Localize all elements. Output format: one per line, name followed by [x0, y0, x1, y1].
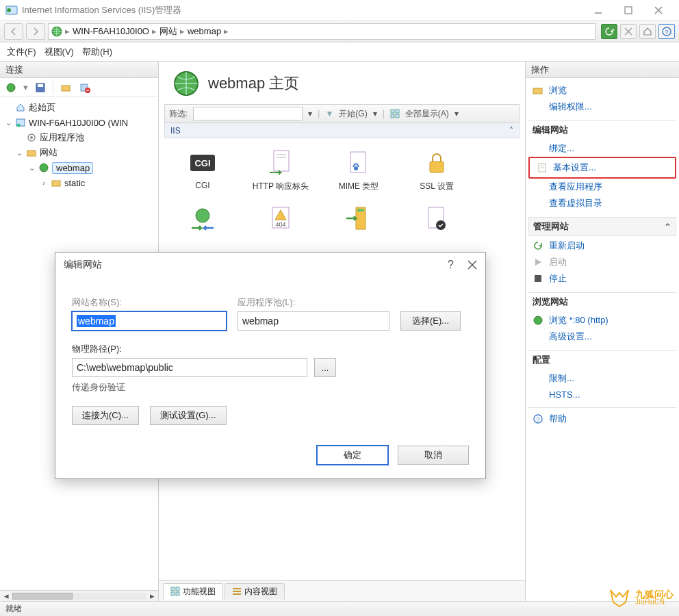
- action-bindings[interactable]: 绑定...: [528, 140, 676, 157]
- app-pool-input[interactable]: webmap: [238, 311, 389, 331]
- group-iis[interactable]: IIS ˄: [164, 123, 520, 138]
- refresh-icon: [533, 240, 543, 251]
- tree-app-pools[interactable]: 应用程序池: [0, 130, 158, 145]
- breadcrumb-item[interactable]: 网站: [159, 25, 177, 38]
- scroll-right-icon[interactable]: ▸: [147, 591, 157, 601]
- physical-path-input[interactable]: C:\web\webmap\public: [72, 358, 307, 377]
- action-basic-settings[interactable]: 基本设置...: [533, 159, 672, 176]
- feature-item[interactable]: [172, 203, 233, 236]
- svg-rect-43: [357, 209, 364, 211]
- feature-mime[interactable]: MIME 类型: [329, 148, 389, 192]
- feature-http-headers[interactable]: HTTP 响应标头: [251, 148, 311, 192]
- maximize-button[interactable]: [613, 0, 643, 21]
- filter-input[interactable]: [193, 107, 303, 120]
- feature-item[interactable]: [329, 203, 389, 236]
- scroll-left-icon[interactable]: ◂: [1, 591, 11, 601]
- breadcrumb-item[interactable]: WIN-F6AH10J0I0O: [73, 26, 149, 36]
- tree-site-webmap[interactable]: ⌄ webmap: [0, 160, 158, 175]
- action-browse-explore[interactable]: 浏览: [528, 82, 676, 99]
- server-delete-icon[interactable]: [78, 81, 92, 94]
- collapse-icon[interactable]: ˄: [509, 126, 513, 136]
- close-button[interactable]: [643, 0, 674, 21]
- breadcrumb-item[interactable]: webmap: [188, 26, 221, 36]
- svg-rect-22: [27, 151, 36, 156]
- watermark-cn: 九狐问心: [635, 589, 674, 599]
- cancel-button[interactable]: 取消: [398, 446, 469, 465]
- feature-grid-row2: 404: [164, 202, 520, 246]
- nav-back-button[interactable]: [4, 23, 23, 40]
- feature-ssl[interactable]: SSL 设置: [407, 148, 467, 192]
- action-advanced[interactable]: 高级设置...: [528, 329, 676, 345]
- show-all-icon: [390, 109, 400, 118]
- feature-item[interactable]: [407, 203, 467, 236]
- folder-add-icon[interactable]: [59, 81, 73, 94]
- svg-rect-46: [171, 587, 175, 591]
- filter-start[interactable]: 开始(G): [339, 108, 367, 120]
- tree-sites[interactable]: ⌄ 网站: [0, 145, 158, 160]
- scroll-thumb[interactable]: [12, 593, 73, 600]
- globe-icon[interactable]: [4, 81, 18, 94]
- menu-view[interactable]: 视图(V): [44, 46, 74, 58]
- tree-folder-static[interactable]: › static: [0, 175, 158, 190]
- dialog-close-button[interactable]: [467, 260, 477, 270]
- actions-manage-site-heading[interactable]: 管理网站 ⌃: [528, 217, 676, 236]
- feature-label: CGI: [195, 181, 209, 190]
- test-settings-button[interactable]: 测试设置(G)...: [150, 406, 227, 425]
- svg-text:CGI: CGI: [194, 158, 210, 168]
- feature-cgi[interactable]: CGI CGI: [172, 148, 233, 192]
- action-edit-permissions[interactable]: 编辑权限...: [528, 99, 676, 115]
- menu-file[interactable]: 文件(F): [7, 46, 36, 58]
- feature-item[interactable]: 404: [251, 203, 311, 236]
- breadcrumb[interactable]: ▸ WIN-F6AH10J0I0O ▸ 网站 ▸ webmap ▸: [48, 23, 595, 40]
- filter-label: 筛选:: [169, 108, 188, 120]
- save-icon[interactable]: [34, 81, 47, 94]
- titlebar: Internet Information Services (IIS)管理器: [0, 0, 679, 21]
- action-limits[interactable]: 限制...: [528, 370, 676, 387]
- app-pool-label: 应用程序池(L):: [238, 296, 389, 309]
- action-view-apps[interactable]: 查看应用程序: [528, 179, 676, 195]
- dialog-title: 编辑网站: [64, 259, 102, 271]
- menu-help[interactable]: 帮助(H): [82, 46, 112, 58]
- refresh-icon[interactable]: [601, 24, 617, 39]
- feature-label: HTTP 响应标头: [253, 181, 309, 192]
- server-icon: [15, 117, 26, 128]
- site-name-input[interactable]: webmap: [72, 311, 227, 331]
- tree-label: 起始页: [29, 101, 55, 114]
- connect-as-button[interactable]: 连接为(C)...: [72, 406, 139, 425]
- action-restart[interactable]: 重新启动: [528, 238, 676, 254]
- minimize-button[interactable]: [583, 0, 613, 21]
- select-app-pool-button[interactable]: 选择(E)...: [400, 311, 461, 331]
- action-stop[interactable]: 停止: [528, 270, 676, 287]
- svg-rect-28: [391, 114, 394, 118]
- tree-start-page[interactable]: 起始页: [0, 100, 158, 115]
- feature-grid-row1: CGI CGI HTTP 响应标头 MIME 类型 SSL 设置: [164, 138, 520, 202]
- svg-rect-37: [430, 162, 444, 172]
- statusbar: 就绪: [0, 601, 679, 616]
- action-browse-80[interactable]: 浏览 *:80 (http): [528, 312, 676, 329]
- svg-point-23: [40, 164, 48, 172]
- action-view-vdirs[interactable]: 查看虚拟目录: [528, 195, 676, 211]
- collapse-icon[interactable]: ⌃: [664, 222, 671, 232]
- browse-path-button[interactable]: ...: [314, 358, 336, 377]
- help-icon[interactable]: ?: [658, 24, 675, 39]
- globe-icon: [172, 70, 200, 97]
- tree-server[interactable]: ⌄ WIN-F6AH10J0I0O (WIN: [0, 115, 158, 130]
- svg-point-11: [7, 84, 15, 92]
- svg-rect-47: [176, 587, 179, 591]
- svg-rect-49: [176, 592, 179, 595]
- filter-bar: 筛选: ▾ | ▼ 开始(G) ▾ | 全部显示(A) ▾: [164, 104, 520, 123]
- connections-hscrollbar[interactable]: ◂ ▸: [0, 590, 158, 601]
- nav-forward-button[interactable]: [26, 23, 45, 40]
- tab-features-view[interactable]: 功能视图: [163, 583, 223, 600]
- svg-marker-57: [535, 259, 541, 266]
- action-help[interactable]: ? 帮助: [528, 411, 676, 427]
- tab-content-view[interactable]: 内容视图: [225, 583, 285, 600]
- ok-button[interactable]: 确定: [317, 446, 388, 465]
- dialog-help-button[interactable]: ?: [448, 259, 454, 271]
- filter-show-all[interactable]: 全部显示(A): [405, 108, 449, 120]
- stop-icon[interactable]: [620, 24, 637, 39]
- home-icon[interactable]: [639, 24, 656, 39]
- svg-rect-32: [274, 151, 289, 171]
- cgi-icon: CGI: [188, 148, 218, 178]
- action-hsts[interactable]: HSTS...: [528, 387, 676, 402]
